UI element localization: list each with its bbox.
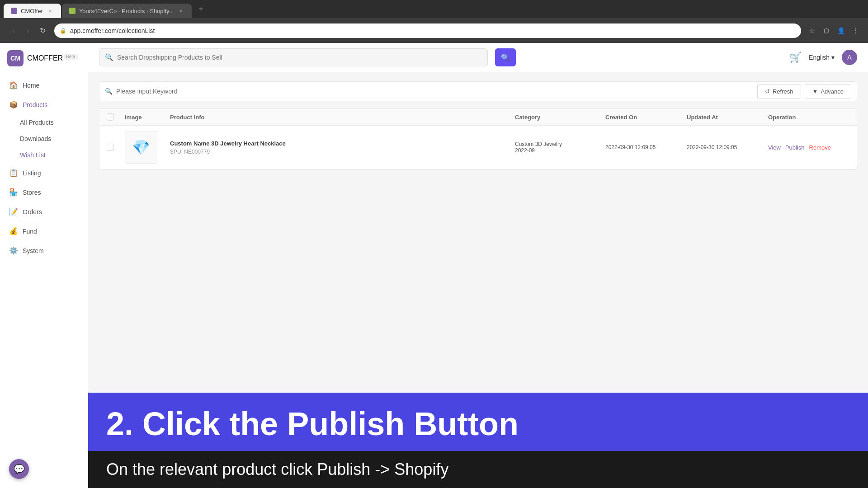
sidebar-item-products-label: Products <box>23 101 47 108</box>
listing-icon: 📋 <box>9 169 18 177</box>
forward-button[interactable]: › <box>22 24 34 37</box>
product-updated-at: 2022-09-30 12:09:05 <box>687 144 768 150</box>
address-bar: ‹ › ↻ 🔒 app.cmoffer.com/collectionList ☆… <box>0 18 868 43</box>
col-checkbox <box>107 113 125 121</box>
banner-subtitle: On the relevant product click Publish ->… <box>106 460 850 479</box>
product-created-on: 2022-09-30 12:09:05 <box>605 144 687 150</box>
filter-input[interactable] <box>116 88 757 95</box>
cmoffer-favicon <box>11 8 17 14</box>
sidebar-item-products[interactable]: 📦 Products <box>0 95 88 114</box>
col-image: Image <box>125 114 170 121</box>
language-selector[interactable]: English ▾ <box>809 54 835 61</box>
url-bar[interactable]: 🔒 app.cmoffer.com/collectionList <box>54 23 801 38</box>
view-button[interactable]: View <box>768 144 781 151</box>
sidebar-item-fund[interactable]: 💰 Fund <box>0 221 88 241</box>
product-image-placeholder: 💎 <box>132 139 150 156</box>
search-input[interactable] <box>117 54 482 61</box>
tab-shopify-close[interactable]: ✕ <box>177 7 184 14</box>
language-label: English <box>809 54 830 61</box>
overlay-banner: 2. Click the Publish Button On the relev… <box>88 393 868 488</box>
profile-icon[interactable]: 👤 <box>835 25 846 36</box>
cart-icon[interactable]: 🛒 <box>789 52 802 63</box>
chat-icon: 💬 <box>14 464 25 474</box>
sidebar-item-home-label: Home <box>23 82 39 89</box>
chevron-down-icon: ▾ <box>831 54 835 61</box>
tab-bar: CMOffer ✕ Yours4EverCo · Products · Shop… <box>0 0 868 18</box>
sidebar-item-orders-label: Orders <box>23 208 42 216</box>
tab-shopify[interactable]: Yours4EverCo · Products · Shopify... ✕ <box>62 4 192 18</box>
shopify-favicon <box>69 8 75 14</box>
reload-button[interactable]: ↻ <box>36 24 49 37</box>
sidebar-item-system[interactable]: ⚙️ System <box>0 241 88 260</box>
search-bar-container: 🔍 <box>99 48 488 66</box>
sidebar: CM CMOFFERBeta 🏠 Home 📦 Products All Pro… <box>0 43 88 488</box>
new-tab-button[interactable]: + <box>194 3 207 15</box>
row-category-cell: Custom 3D Jewelry 2022-09 <box>515 141 605 154</box>
app-header: 🔍 🔍 🛒 English ▾ A <box>88 43 868 72</box>
browser-chrome: CMOffer ✕ Yours4EverCo · Products · Shop… <box>0 0 868 43</box>
row-operation-cell: View Publish Remove <box>768 144 849 151</box>
menu-icon[interactable]: ⋮ <box>850 25 861 36</box>
browser-actions: ☆ ⬡ 👤 ⋮ <box>807 25 861 36</box>
row-checkbox-cell <box>107 144 125 151</box>
filter-actions: ↺ Refresh ▼ Advance <box>757 84 851 99</box>
row-image-cell: 💎 <box>125 131 170 164</box>
refresh-icon: ↺ <box>765 88 770 95</box>
lock-icon: 🔒 <box>60 28 66 34</box>
app: CM CMOFFERBeta 🏠 Home 📦 Products All Pro… <box>0 43 868 488</box>
table-header: Image Product Info Category Created On U… <box>99 109 857 126</box>
fund-icon: 💰 <box>9 227 18 235</box>
extensions-icon[interactable]: ⬡ <box>821 25 832 36</box>
sub-nav: All Products Downloads Wish List <box>0 114 88 163</box>
refresh-button[interactable]: ↺ Refresh <box>757 84 801 99</box>
downloads-label: Downloads <box>20 135 51 142</box>
banner-title-text: Click the Publish Button <box>142 406 519 442</box>
logo: CM CMOFFERBeta <box>0 50 88 75</box>
sidebar-item-stores[interactable]: 🏪 Stores <box>0 183 88 202</box>
all-products-label: All Products <box>20 119 54 126</box>
filter-search-icon: 🔍 <box>105 88 113 95</box>
tab-shopify-label: Yours4EverCo · Products · Shopify... <box>79 8 174 14</box>
product-category: Custom 3D Jewelry <box>515 141 605 147</box>
system-icon: ⚙️ <box>9 246 18 255</box>
header-checkbox[interactable] <box>107 113 114 121</box>
advance-icon: ▼ <box>812 88 818 95</box>
sidebar-item-home[interactable]: 🏠 Home <box>0 75 88 95</box>
home-icon: 🏠 <box>9 81 18 89</box>
sidebar-item-wish-list[interactable]: Wish List <box>0 147 88 163</box>
nav-buttons: ‹ › ↻ <box>7 24 49 37</box>
tab-cmoffer-close[interactable]: ✕ <box>47 7 54 14</box>
product-name: Custom Name 3D Jewelry Heart Necklace <box>170 140 515 147</box>
tab-cmoffer-label: CMOffer <box>21 8 43 14</box>
row-updated-cell: 2022-09-30 12:09:05 <box>687 144 768 150</box>
sidebar-item-orders[interactable]: 📝 Orders <box>0 202 88 221</box>
advance-button[interactable]: ▼ Advance <box>805 84 851 99</box>
operation-buttons: View Publish Remove <box>768 144 849 151</box>
sidebar-item-downloads[interactable]: Downloads <box>0 131 88 147</box>
row-checkbox[interactable] <box>107 144 114 151</box>
sidebar-item-fund-label: Fund <box>23 228 37 235</box>
col-created-on: Created On <box>605 114 687 121</box>
search-button-icon: 🔍 <box>501 53 510 62</box>
col-operation: Operation <box>768 114 849 121</box>
sidebar-item-all-products[interactable]: All Products <box>0 114 88 131</box>
sidebar-item-stores-label: Stores <box>23 189 41 196</box>
sidebar-item-listing[interactable]: 📋 Listing <box>0 163 88 183</box>
bookmark-icon[interactable]: ☆ <box>807 25 817 36</box>
content-area: 🔍 ↺ Refresh ▼ Advance <box>88 72 868 488</box>
back-button[interactable]: ‹ <box>7 24 20 37</box>
filter-bar: 🔍 ↺ Refresh ▼ Advance <box>99 81 857 101</box>
refresh-label: Refresh <box>773 88 793 95</box>
user-avatar[interactable]: A <box>842 50 857 65</box>
remove-button[interactable]: Remove <box>809 144 831 151</box>
product-category2: 2022-09 <box>515 147 605 154</box>
search-icon: 🔍 <box>105 53 113 61</box>
logo-text: CMOFFERBeta <box>27 54 78 62</box>
product-image: 💎 <box>125 131 157 164</box>
publish-button[interactable]: Publish <box>785 144 805 151</box>
chat-widget[interactable]: 💬 <box>9 459 29 479</box>
tab-cmoffer[interactable]: CMOffer ✕ <box>4 4 61 18</box>
search-button[interactable]: 🔍 <box>495 48 516 66</box>
sidebar-item-listing-label: Listing <box>23 169 41 177</box>
col-updated-at: Updated At <box>687 114 768 121</box>
